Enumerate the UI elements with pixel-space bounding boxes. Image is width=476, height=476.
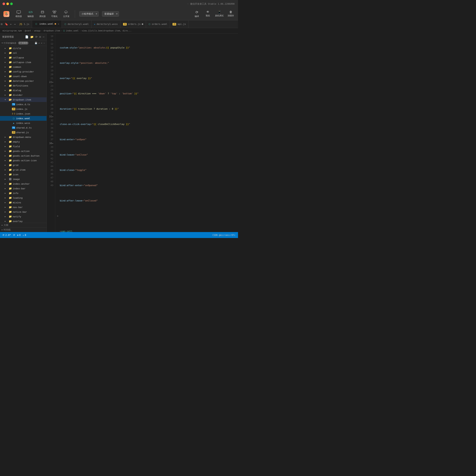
folder-mixins[interactable]: ▶ 📁 mixins xyxy=(0,200,47,205)
folder-nav-bar[interactable]: ▶ 📁 nav-bar xyxy=(0,205,47,209)
toolbar-preview[interactable]: 👁 预览 xyxy=(204,10,212,18)
folder-goods-action[interactable]: ▶ 📁 goods-action xyxy=(0,149,47,153)
folder-common[interactable]: ▶ 📁 common xyxy=(0,65,47,69)
bc-sep1: › xyxy=(22,30,24,32)
folder-index-anchor[interactable]: ▶ 📁 index-anchor xyxy=(0,182,47,186)
back-icon[interactable]: ← xyxy=(10,22,12,26)
new-file-icon[interactable]: 📄 xyxy=(25,35,29,38)
sync-icon-item[interactable]: ⟳ xyxy=(13,234,15,237)
folder-goods-action-button[interactable]: ▶ 📁 goods-action-button xyxy=(0,153,47,158)
toolbar-debugger[interactable]: 调试器 xyxy=(38,10,47,18)
bc-sep5: › xyxy=(80,30,81,32)
folder-dropdown-item[interactable]: ▼ 📂 dropdown-item xyxy=(0,97,47,102)
folder-col[interactable]: ▶ 📁 col xyxy=(0,51,47,55)
file-index-wxml[interactable]: ⬡ index.wxml xyxy=(0,116,47,121)
tab-js-icon: JS xyxy=(19,23,22,26)
tab-index-wxml[interactable]: ⬡ index.wxml ✕ xyxy=(32,20,62,28)
outline-panel[interactable]: ▶ 大纲 xyxy=(0,223,47,227)
tab-d1-wxml-label: derectory1.wxml xyxy=(68,23,89,26)
refresh-explorer-icon[interactable]: ⟳ xyxy=(35,35,38,38)
folder-info[interactable]: ▶ 📁 info xyxy=(0,191,47,196)
folder-definitions[interactable]: ▶ 📁 definitions xyxy=(0,83,47,88)
tab-1js[interactable]: JS 1.js xyxy=(16,20,32,28)
timeline-panel[interactable]: ▶ 时间线 xyxy=(0,227,47,232)
maximize-button[interactable] xyxy=(10,2,13,5)
oe-more-icon[interactable]: ⋯ xyxy=(44,42,45,44)
toolbar-simulator[interactable]: 模拟器 xyxy=(15,10,23,18)
folder-collapse-item[interactable]: ▶ 📁 collapse-item xyxy=(0,60,47,65)
file-index-wxss[interactable]: ◈ index.wxss xyxy=(0,121,47,125)
file-index-json[interactable]: {·} index.json xyxy=(0,111,47,116)
file-shared-dts[interactable]: TS shared.d.ts xyxy=(0,125,47,130)
bc-filename[interactable]: index.wxml xyxy=(66,30,79,32)
forward-icon[interactable]: → xyxy=(14,22,16,26)
code-editor[interactable]: custom-style="position: absolute;{{ popu… xyxy=(55,34,238,232)
folder-name: goods-action-icon xyxy=(13,159,45,162)
minimize-button[interactable] xyxy=(6,2,9,5)
collapse-all-icon[interactable]: ⊟ xyxy=(39,35,41,38)
folder-icon-folder[interactable]: ▶ 📁 icon xyxy=(0,172,47,177)
new-folder-icon[interactable]: 📁 xyxy=(30,35,34,38)
toolbar-visualize[interactable]: 可视化 xyxy=(50,10,59,18)
folder-config-provider[interactable]: ▶ 📁 config-provider xyxy=(0,69,47,74)
unsaved-dot xyxy=(55,23,56,25)
toolbar-realdev[interactable]: 📱 真机调试 xyxy=(215,10,223,18)
folder-count-down[interactable]: ▶ 📁 count-down xyxy=(0,74,47,79)
folder-circle[interactable]: ▶ 📁 circle xyxy=(0,46,47,51)
bc-view[interactable]: view.{{utils.bem(dropdown-item, dire... xyxy=(82,30,132,32)
bc-dropdown[interactable]: dropdown-item xyxy=(44,30,60,32)
more-options-icon[interactable]: ⋯ xyxy=(43,35,44,38)
folder-dropdown-menu[interactable]: ▶ 📁 dropdown-menu xyxy=(0,135,47,139)
code-area[interactable]: 10 11 12 13 14 15 16 17 18 19 20 21 22 ▶… xyxy=(47,34,238,232)
tab-api-js[interactable]: JS api.js xyxy=(170,20,189,28)
mode-dropdown[interactable]: 小程序模式 ▼ xyxy=(79,11,99,17)
folder-field[interactable]: ▶ 📁 field xyxy=(0,144,47,149)
oe-save-all-icon[interactable]: 💾 xyxy=(35,42,37,44)
bc-weapp[interactable]: weapp xyxy=(34,30,40,32)
toolbar-cloud[interactable]: 云开发 xyxy=(62,10,70,18)
oe-close-all-icon[interactable]: ✕ xyxy=(41,42,42,44)
tab-close-button[interactable]: ✕ xyxy=(58,23,59,25)
tab-derectory1-wxml[interactable]: ⬡ derectory1.wxml xyxy=(62,20,91,28)
tab-derectory1-wxss[interactable]: ◈ derectory1.wxss xyxy=(92,20,120,28)
version-item[interactable]: ⟳ 2.0* xyxy=(2,234,11,237)
folder-goods-action-icon[interactable]: ▶ 📁 goods-action-icon xyxy=(0,158,47,163)
close-button[interactable] xyxy=(2,2,5,5)
folder-arrow: ▶ xyxy=(5,56,8,59)
line-numbers: 10 11 12 13 14 15 16 17 18 19 20 21 22 ▶… xyxy=(47,34,55,232)
file-shared-js[interactable]: JS shared.js xyxy=(0,130,47,135)
folder-dialog[interactable]: ▶ 📁 dialog xyxy=(0,88,47,93)
toolbar-refresh[interactable]: ⟳ 编译 xyxy=(193,10,201,18)
tab-orders-js-icon: JS xyxy=(123,23,127,26)
warning-count[interactable]: ⚠ 0 xyxy=(23,234,26,237)
bc-vant[interactable]: @vant xyxy=(25,30,31,32)
folder-empty[interactable]: ▶ 📁 empty xyxy=(0,139,47,144)
folder-overlay[interactable]: ▶ 📁 overlay xyxy=(0,219,47,223)
folder-index-bar[interactable]: ▶ 📁 index-bar xyxy=(0,186,47,191)
file-index-js[interactable]: JS index.js xyxy=(0,107,47,111)
folder-image[interactable]: ▶ 🖼 image xyxy=(0,177,47,182)
error-count[interactable]: ⊗ 0 xyxy=(17,234,21,237)
folder-grid-item[interactable]: ▶ 📁 grid-item xyxy=(0,168,47,172)
tab-orders-wxml[interactable]: ⬡ orders.wxml xyxy=(146,20,170,28)
folder-loading[interactable]: ▶ 📁 loading xyxy=(0,196,47,200)
bc-npm[interactable]: miniprogram_npm xyxy=(2,30,22,32)
compile-dropdown[interactable]: 普通编译 ▼ xyxy=(102,11,119,17)
tab-orders-js[interactable]: JS orders.js xyxy=(120,20,146,28)
folder-notify[interactable]: ▶ 📁 notify xyxy=(0,214,47,219)
oe-revert-all-icon[interactable]: ↩ xyxy=(38,42,40,44)
split-icon[interactable]: ⊟ xyxy=(1,22,2,26)
outline-label: 大纲 xyxy=(4,223,8,227)
toolbar-editor[interactable]: 编辑器 xyxy=(26,10,35,18)
open-editors-header[interactable]: ▼ 打开的编辑器 1个未保存 💾 ↩ ✕ ⋯ xyxy=(0,40,47,46)
bookmark-icon[interactable]: 🔖 xyxy=(5,22,8,26)
folder-icon: 📁 xyxy=(8,164,12,167)
folder-arrow: ▶ xyxy=(5,136,8,138)
folder-divider[interactable]: ▶ 📁 divider xyxy=(0,93,47,97)
file-index-dts[interactable]: TS index.d.ts xyxy=(0,102,47,107)
folder-datetime-picker[interactable]: ▶ 📁 datetime-picker xyxy=(0,79,47,83)
folder-notice-bar[interactable]: ▶ 📁 notice-bar xyxy=(0,209,47,214)
toolbar-clear[interactable]: 🗑 清缓存 xyxy=(227,10,235,18)
folder-grid[interactable]: ▶ 📁 grid xyxy=(0,163,47,168)
folder-collapse[interactable]: ▶ 📁 collapse xyxy=(0,55,47,60)
